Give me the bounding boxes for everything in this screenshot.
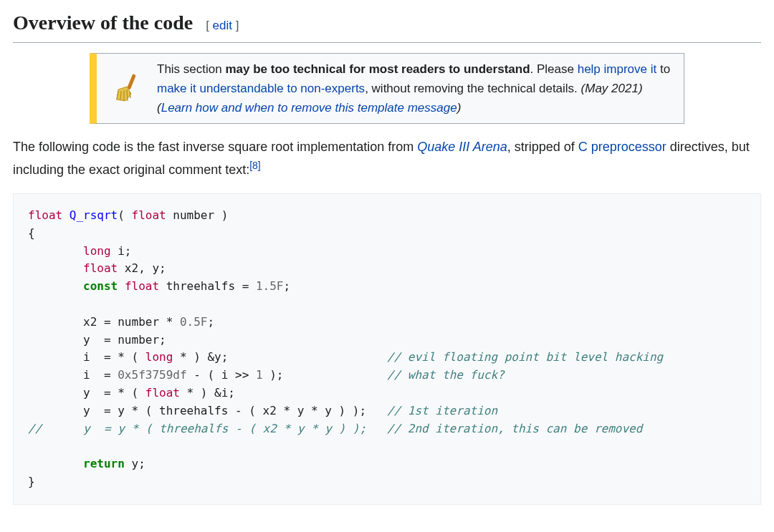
intro-p2: , stripped of	[507, 140, 578, 154]
tok-line-i-cast: i = * (	[28, 350, 145, 364]
tok-type-float: float	[28, 208, 62, 222]
quake-link[interactable]: Quake III Arena	[417, 140, 507, 154]
tok-lit-05f: 0.5F	[180, 315, 208, 329]
ambox-learn-link[interactable]: Learn how and when to remove this templa…	[161, 101, 457, 115]
tok-magic-hex: 0x5f3759df	[118, 368, 186, 382]
ambox-technical: This section may be too technical for mo…	[90, 53, 684, 125]
tok-type-long: long	[83, 244, 111, 258]
tok-kw-const: const	[83, 279, 118, 293]
tok-sig-close: )	[214, 208, 228, 222]
ambox-help-link[interactable]: help improve it	[578, 62, 657, 76]
tok-fn-name: Q_rsqrt	[70, 208, 118, 222]
tok-type-float2: float	[83, 261, 118, 275]
intro-paragraph: The following code is the fast inverse s…	[13, 137, 761, 180]
c-preprocessor-link[interactable]: C preprocessor	[578, 140, 666, 154]
ambox-date: (May 2021)	[581, 82, 643, 95]
code-block: float Q_rsqrt( float number ) { long i; …	[13, 193, 761, 505]
tok-cast-tail-y: * ) &y;	[173, 350, 228, 364]
tok-return-tail: y;	[125, 457, 145, 470]
tok-lit-15f: 1.5F	[256, 279, 284, 293]
tok-line-y: y = number;	[28, 333, 166, 347]
tok-decl-three: threehalfs =	[159, 279, 256, 293]
ambox-understandable-link[interactable]: make it understandable to non-experts	[157, 82, 365, 95]
tok-param: number	[173, 208, 214, 222]
ambox-please: . Please	[530, 62, 578, 76]
tok-kw-return: return	[83, 457, 125, 470]
tok-lit-1: 1	[256, 368, 263, 382]
intro-p1: The following code is the fast inverse s…	[13, 140, 417, 154]
tok-line-x2: x2 = number *	[28, 315, 180, 329]
tok-decl-i: i;	[111, 244, 132, 258]
ambox-text: This section may be too technical for mo…	[157, 59, 675, 118]
tok-type-float3: float	[125, 279, 159, 293]
tok-type-float-param: float	[132, 208, 166, 222]
ambox-bold-issue: may be too technical for most readers to…	[225, 62, 530, 76]
tok-magic-end: );	[263, 368, 284, 382]
tok-magic-suf: - ( i >>	[187, 368, 256, 382]
reference-8[interactable]: [8]	[249, 160, 261, 171]
tok-com-iter1: // 1st iteration	[366, 404, 497, 417]
broom-icon	[105, 72, 147, 105]
edit-bracket-right: ]	[232, 19, 239, 32]
svg-rect-0	[127, 74, 136, 90]
ambox-lead: This section	[157, 62, 225, 76]
edit-bracket-left: [	[206, 19, 212, 32]
tok-semi2: ;	[207, 315, 214, 329]
tok-type-float4: float	[145, 386, 180, 400]
ambox-to: to	[656, 62, 670, 76]
ambox-after: , without removing the technical details…	[365, 82, 580, 95]
heading-title: Overview of the code	[13, 7, 193, 39]
tok-y-cast-pre: y = * (	[28, 386, 145, 400]
section-heading: Overview of the code [ edit ]	[13, 7, 761, 43]
tok-decl-x2y: x2, y;	[118, 261, 166, 275]
tok-semi1: ;	[283, 279, 290, 293]
tok-rbrace: }	[28, 475, 35, 488]
tok-com-wtf: // what the fuck?	[283, 368, 504, 382]
tok-type-long2: long	[145, 350, 173, 364]
tok-com-evil: // evil floating point bit level hacking	[228, 350, 663, 364]
tok-iter1: y = y * ( threehalfs - ( x2 * y * y ) );	[28, 404, 366, 417]
tok-lbrace: {	[28, 226, 35, 240]
tok-cast-tail-i: * ) &i;	[180, 386, 235, 400]
tok-magic-pre: i =	[28, 368, 118, 382]
tok-iter2-comment: // y = y * ( threehalfs - ( x2 * y * y )…	[28, 422, 642, 435]
edit-link[interactable]: edit	[213, 19, 232, 32]
tok-sig-open: (	[118, 208, 131, 222]
ambox-close-paren: )	[457, 101, 462, 115]
edit-section-wrap: [ edit ]	[206, 16, 239, 35]
